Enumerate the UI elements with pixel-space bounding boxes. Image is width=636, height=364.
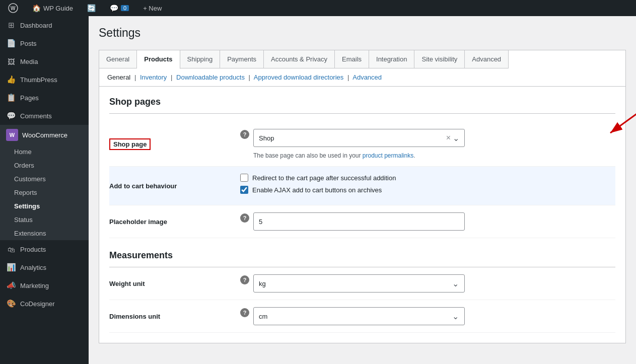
page-title: Settings — [99, 26, 626, 40]
placeholder-image-label: Placeholder image — [109, 218, 167, 226]
sub-nav-approved-dirs[interactable]: Approved download directories — [254, 74, 344, 81]
dimensions-unit-label: Dimensions unit — [109, 313, 160, 320]
dimensions-unit-select[interactable]: cm m mm in yd — [253, 307, 465, 325]
content-area: Settings General Products Shipping Payme… — [89, 16, 636, 364]
sidebar-sub-item-settings[interactable]: Settings — [0, 199, 89, 213]
pages-icon: 📋 — [6, 93, 16, 103]
measurements-section-title: Measurements — [109, 242, 615, 267]
posts-icon: 📄 — [6, 38, 16, 48]
shop-page-field: ? Shop × ⌄ The base pa — [240, 129, 615, 159]
media-icon: 🖼 — [6, 56, 16, 66]
woo-icon: W — [6, 129, 18, 141]
cart-option2-label: Enable AJAX add to cart buttons on archi… — [252, 186, 382, 194]
svg-text:W: W — [11, 6, 16, 11]
site-name[interactable]: 🏠 WP Guide — [29, 0, 76, 16]
shop-page-hint: The base page can also be used in your p… — [253, 152, 615, 159]
weight-unit-select[interactable]: kg g lbs oz — [253, 274, 465, 293]
weight-unit-field: ? kg g lbs oz — [240, 274, 615, 293]
dimensions-unit-help-icon[interactable]: ? — [240, 308, 249, 317]
tab-shipping[interactable]: Shipping — [180, 50, 221, 68]
customize-icon[interactable]: 🔄 — [84, 0, 99, 16]
sub-nav: General | Inventory | Downloadable produ… — [99, 68, 626, 87]
settings-tabs: General Products Shipping Payments Accou… — [99, 50, 626, 68]
weight-unit-row: Weight unit ? kg g lbs oz — [109, 267, 615, 300]
placeholder-help-icon[interactable]: ? — [240, 213, 249, 223]
shop-page-content: Shop × ⌄ The base page can also be used … — [253, 129, 615, 159]
sidebar-sub-item-status[interactable]: Status — [0, 213, 89, 227]
weight-unit-wrapper: kg g lbs oz — [253, 274, 465, 293]
marketing-icon: 📣 — [6, 280, 16, 290]
tab-general[interactable]: General — [99, 50, 137, 68]
select-arrow-icon: ⌄ — [453, 133, 459, 143]
tab-payments[interactable]: Payments — [220, 50, 264, 68]
sub-nav-general: General — [107, 74, 130, 81]
sub-nav-advanced[interactable]: Advanced — [352, 74, 382, 81]
cart-option1-label: Redirect to the cart page after successf… — [252, 174, 396, 182]
cart-ajax-checkbox[interactable] — [240, 186, 248, 194]
sidebar-item-media[interactable]: 🖼 Media — [0, 52, 89, 70]
sidebar-item-dashboard[interactable]: ⊞ Dashboard — [0, 16, 89, 34]
dimensions-unit-field: ? cm m mm in yd — [240, 307, 615, 325]
sidebar-item-pages[interactable]: 📋 Pages — [0, 89, 89, 107]
sidebar-item-codesigner[interactable]: 🎨 CoDesigner — [0, 295, 89, 313]
dashboard-icon: ⊞ — [6, 20, 16, 30]
sidebar-item-thumbpress[interactable]: 👍 ThumbPress — [0, 70, 89, 89]
measurements-table: Weight unit ? kg g lbs oz — [109, 267, 615, 333]
sidebar-item-posts[interactable]: 📄 Posts — [0, 34, 89, 52]
settings-content: Shop pages Shop page ? Shop — [99, 87, 626, 343]
sidebar-item-comments[interactable]: 💬 Comments — [0, 107, 89, 125]
product-permalinks-link[interactable]: product permalinks — [363, 152, 413, 159]
cart-redirect-checkbox[interactable] — [240, 174, 248, 182]
placeholder-image-row: Placeholder image ? — [109, 205, 615, 238]
sidebar-sub-item-extensions[interactable]: Extensions — [0, 227, 89, 240]
cart-option2-row: Enable AJAX add to cart buttons on archi… — [240, 186, 615, 194]
placeholder-image-input[interactable] — [253, 212, 465, 231]
sidebar: ⊞ Dashboard 📄 Posts 🖼 Media 👍 ThumbPress… — [0, 16, 89, 364]
sidebar-sub-item-customers[interactable]: Customers — [0, 172, 89, 186]
weight-unit-label: Weight unit — [109, 280, 145, 287]
placeholder-field: ? — [240, 212, 615, 231]
sidebar-item-products[interactable]: 🛍 Products — [0, 240, 89, 258]
thumbpress-icon: 👍 — [6, 75, 16, 85]
comments-link[interactable]: 💬 0 — [107, 0, 132, 16]
tab-accounts-privacy[interactable]: Accounts & Privacy — [264, 50, 335, 68]
select-clear-icon[interactable]: × — [446, 133, 451, 142]
comment-count: 0 — [121, 5, 129, 11]
dimensions-unit-wrapper: cm m mm in yd — [253, 307, 465, 325]
cart-option1-row: Redirect to the cart page after successf… — [240, 174, 615, 182]
analytics-icon: 📊 — [6, 262, 16, 272]
cart-behaviour-row: Add to cart behaviour Redirect to the ca… — [109, 167, 615, 205]
sub-nav-downloadable[interactable]: Downloadable products — [176, 74, 245, 81]
sidebar-sub-item-reports[interactable]: Reports — [0, 186, 89, 199]
shop-page-select[interactable]: Shop × ⌄ — [253, 129, 465, 147]
tab-integration[interactable]: Integration — [369, 50, 414, 68]
tab-site-visibility[interactable]: Site visibility — [414, 50, 465, 68]
comments-icon: 💬 — [6, 111, 16, 121]
shop-page-help-icon[interactable]: ? — [240, 130, 249, 139]
dimensions-unit-row: Dimensions unit ? cm m mm in — [109, 300, 615, 333]
sidebar-item-marketing[interactable]: 📣 Marketing — [0, 276, 89, 295]
admin-bar: W 🏠 WP Guide 🔄 💬 0 + New — [0, 0, 636, 16]
sidebar-sub-item-home[interactable]: Home — [0, 145, 89, 159]
codesigner-icon: 🎨 — [6, 299, 16, 309]
woocommerce-section: W WooCommerce Home Orders Customers Repo… — [0, 125, 89, 240]
shop-pages-section-title: Shop pages — [109, 97, 615, 114]
cart-behaviour-label: Add to cart behaviour — [109, 182, 177, 190]
tab-advanced[interactable]: Advanced — [465, 50, 509, 68]
main-layout: ⊞ Dashboard 📄 Posts 🖼 Media 👍 ThumbPress… — [0, 16, 636, 364]
sidebar-item-analytics[interactable]: 📊 Analytics — [0, 258, 89, 276]
new-link[interactable]: + New — [140, 0, 165, 16]
shop-page-row: Shop page ? Shop × ⌄ — [109, 122, 615, 167]
tab-products[interactable]: Products — [137, 50, 180, 69]
wp-logo[interactable]: W — [5, 0, 21, 16]
products-icon: 🛍 — [6, 244, 16, 254]
shop-pages-table: Shop page ? Shop × ⌄ — [109, 122, 615, 238]
weight-unit-help-icon[interactable]: ? — [240, 275, 249, 284]
sidebar-sub-item-orders[interactable]: Orders — [0, 159, 89, 172]
tab-emails[interactable]: Emails — [335, 50, 369, 68]
sub-nav-inventory[interactable]: Inventory — [140, 74, 167, 81]
shop-page-label: Shop page — [109, 138, 151, 150]
sidebar-item-woocommerce[interactable]: W WooCommerce — [0, 125, 89, 145]
